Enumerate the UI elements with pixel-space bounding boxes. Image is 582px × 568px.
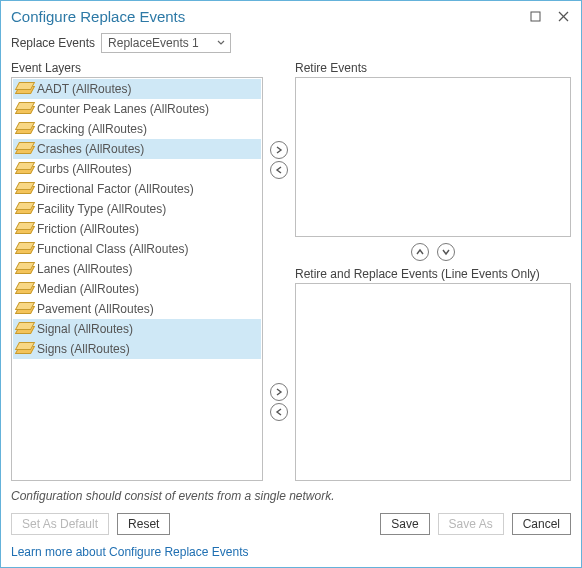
list-item[interactable]: Functional Class (AllRoutes) — [13, 239, 261, 259]
list-item[interactable]: Signs (AllRoutes) — [13, 339, 261, 359]
retire-replace-list[interactable] — [295, 283, 571, 481]
list-item-label: Median (AllRoutes) — [37, 282, 139, 296]
move-up-button[interactable] — [411, 243, 429, 261]
reset-button[interactable]: Reset — [117, 513, 170, 535]
transfer-column — [263, 61, 295, 481]
cancel-button[interactable]: Cancel — [512, 513, 571, 535]
list-item-label: Functional Class (AllRoutes) — [37, 242, 188, 256]
layer-icon — [17, 103, 31, 115]
set-as-default-button[interactable]: Set As Default — [11, 513, 109, 535]
layer-icon — [17, 203, 31, 215]
list-item-label: Facility Type (AllRoutes) — [37, 202, 166, 216]
list-item-label: Crashes (AllRoutes) — [37, 142, 144, 156]
list-item[interactable]: Cracking (AllRoutes) — [13, 119, 261, 139]
list-item-label: Counter Peak Lanes (AllRoutes) — [37, 102, 209, 116]
list-item[interactable]: Directional Factor (AllRoutes) — [13, 179, 261, 199]
list-item[interactable]: Median (AllRoutes) — [13, 279, 261, 299]
list-item[interactable]: Friction (AllRoutes) — [13, 219, 261, 239]
list-item[interactable]: Lanes (AllRoutes) — [13, 259, 261, 279]
list-item-label: AADT (AllRoutes) — [37, 82, 131, 96]
list-item-label: Signs (AllRoutes) — [37, 342, 130, 356]
retire-events-label: Retire Events — [295, 61, 571, 75]
replace-events-label: Replace Events — [11, 36, 95, 50]
event-layers-label: Event Layers — [11, 61, 263, 75]
retire-replace-section: Retire and Replace Events (Line Events O… — [295, 267, 571, 481]
close-button[interactable] — [549, 4, 577, 28]
layer-icon — [17, 343, 31, 355]
svg-rect-0 — [531, 12, 540, 21]
list-item-label: Cracking (AllRoutes) — [37, 122, 147, 136]
list-item-label: Lanes (AllRoutes) — [37, 262, 132, 276]
list-item[interactable]: Facility Type (AllRoutes) — [13, 199, 261, 219]
move-right-retire-button[interactable] — [270, 141, 288, 159]
list-item-label: Friction (AllRoutes) — [37, 222, 139, 236]
replace-events-selector-row: Replace Events ReplaceEvents 1 — [11, 33, 571, 53]
retire-replace-transfer-group — [270, 381, 288, 423]
list-item-label: Curbs (AllRoutes) — [37, 162, 132, 176]
button-row: Set As Default Reset Save Save As Cancel — [11, 513, 571, 535]
replace-events-value: ReplaceEvents 1 — [102, 36, 212, 50]
dialog-body: Replace Events ReplaceEvents 1 Event Lay… — [1, 31, 581, 567]
maximize-button[interactable] — [521, 4, 549, 28]
event-layers-column: Event Layers AADT (AllRoutes)Counter Pea… — [11, 61, 263, 481]
save-as-button[interactable]: Save As — [438, 513, 504, 535]
retire-events-section: Retire Events — [295, 61, 571, 237]
list-item[interactable]: Signal (AllRoutes) — [13, 319, 261, 339]
layer-icon — [17, 303, 31, 315]
list-item[interactable]: Crashes (AllRoutes) — [13, 139, 261, 159]
retire-events-list[interactable] — [295, 77, 571, 237]
move-left-retire-button[interactable] — [270, 161, 288, 179]
titlebar: Configure Replace Events — [1, 1, 581, 31]
move-left-retire-replace-button[interactable] — [270, 403, 288, 421]
list-item[interactable]: AADT (AllRoutes) — [13, 79, 261, 99]
layer-icon — [17, 263, 31, 275]
right-column: Retire Events Retire and Replace Events … — [295, 61, 571, 481]
replace-events-combo[interactable]: ReplaceEvents 1 — [101, 33, 231, 53]
hint-text: Configuration should consist of events f… — [11, 489, 571, 503]
move-right-retire-replace-button[interactable] — [270, 383, 288, 401]
save-button[interactable]: Save — [380, 513, 429, 535]
list-item[interactable]: Counter Peak Lanes (AllRoutes) — [13, 99, 261, 119]
move-down-button[interactable] — [437, 243, 455, 261]
learn-more-link[interactable]: Learn more about Configure Replace Event… — [11, 545, 571, 559]
list-item[interactable]: Curbs (AllRoutes) — [13, 159, 261, 179]
window: Configure Replace Events Replace Events … — [0, 0, 582, 568]
list-item-label: Directional Factor (AllRoutes) — [37, 182, 194, 196]
lists-area: Event Layers AADT (AllRoutes)Counter Pea… — [11, 61, 571, 481]
list-item[interactable]: Pavement (AllRoutes) — [13, 299, 261, 319]
reorder-buttons — [295, 237, 571, 267]
list-item-label: Pavement (AllRoutes) — [37, 302, 154, 316]
layer-icon — [17, 143, 31, 155]
list-item-label: Signal (AllRoutes) — [37, 322, 133, 336]
layer-icon — [17, 83, 31, 95]
layer-icon — [17, 283, 31, 295]
layer-icon — [17, 123, 31, 135]
layer-icon — [17, 183, 31, 195]
retire-transfer-group — [270, 139, 288, 181]
layer-icon — [17, 243, 31, 255]
layer-icon — [17, 223, 31, 235]
event-layers-list[interactable]: AADT (AllRoutes)Counter Peak Lanes (AllR… — [11, 77, 263, 481]
layer-icon — [17, 163, 31, 175]
window-title: Configure Replace Events — [11, 8, 521, 25]
retire-replace-label: Retire and Replace Events (Line Events O… — [295, 267, 571, 281]
chevron-down-icon — [212, 40, 230, 46]
layer-icon — [17, 323, 31, 335]
